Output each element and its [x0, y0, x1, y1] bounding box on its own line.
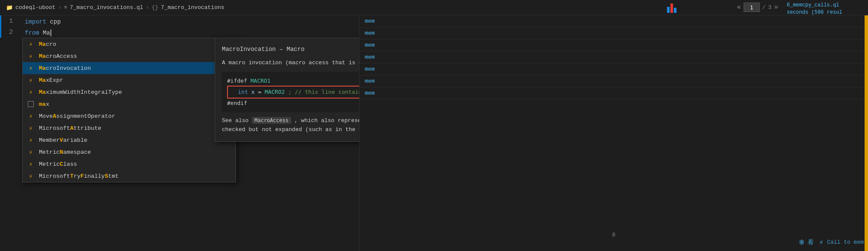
maxexpr-label: MaxExpr — [39, 77, 63, 84]
doc-description: A macro invocation (macro access that is… — [222, 59, 359, 68]
keyword-import: import — [25, 16, 46, 27]
mn-label: MetricNamespace — [39, 149, 91, 155]
autocomplete-item-microsoftattribute[interactable]: ⚡ MicrosoftAttribute — [23, 122, 236, 134]
doc-code-block: #ifdef MACRO1 int x = MACRO2 ; // this l… — [222, 72, 359, 112]
keyword-cpp: cpp — [50, 16, 61, 27]
macro-label: Macro — [39, 41, 56, 48]
result-item-5[interactable]: mem — [360, 63, 868, 75]
autocomplete-item-membervariable[interactable]: ⚡ MemberVariable — [23, 134, 236, 146]
mtf-type-icon: ⚡ — [27, 172, 35, 180]
macroaccess-label: MacroAccess — [39, 53, 77, 60]
page-bottom-number: 8 — [612, 232, 616, 238]
macroaccess-type-icon: ⚡ — [27, 52, 35, 60]
page-navigation: « / 3 » — [737, 3, 778, 12]
breadcrumb-list-icon: ≡ — [64, 4, 67, 11]
line-number-2: 2 — [0, 27, 17, 38]
autocomplete-item-maxexpr[interactable]: ⚡ MaxExpr — [23, 74, 236, 86]
macro-type-icon: ⚡ — [27, 40, 35, 48]
next-page-btn[interactable]: » — [774, 3, 778, 11]
see-also-prefix: See also — [222, 117, 252, 124]
keyword-from: from — [25, 27, 39, 39]
code-line-2: from Ma — [22, 27, 359, 39]
mao-label: MoveAssignmentOperator — [39, 113, 115, 120]
watermark: ❄ 看 ⚡ Call to mem — [799, 237, 864, 248]
autocomplete-item-maximumwidthintegraltype[interactable]: ⚡ MaximumWidthIntegralType — [23, 86, 236, 98]
maxexpr-type-icon: ⚡ — [27, 76, 35, 84]
breadcrumb-root[interactable]: codeql-uboot — [15, 4, 56, 11]
autocomplete-item-macro[interactable]: ⚡ Macro — [23, 38, 236, 50]
mwit-label: MaximumWidthIntegralType — [39, 89, 122, 96]
doc-header: MacroInvocation – Macro ✕ — [222, 45, 359, 54]
mao-type-icon: ⚡ — [27, 112, 35, 120]
doc-panel: MacroInvocation – Macro ✕ A macro invoca… — [215, 38, 359, 142]
results-rows: mem mem mem mem mem mem mem — [360, 15, 868, 236]
typed-ma: Ma — [43, 27, 50, 39]
autocomplete-item-microsofttryfinallystmt[interactable]: ⚡ MicrosoftTryFinallyStmt — [23, 170, 236, 182]
code-line-1: import cpp — [22, 16, 359, 27]
mtf-label: MicrosoftTryFinallyStmt — [39, 173, 118, 179]
result-item-3[interactable]: mem — [360, 39, 868, 51]
line-number-1: 1 — [0, 15, 17, 27]
svg-rect-2 — [674, 8, 676, 13]
mini-chart — [667, 3, 680, 14]
editor-gutter: 1 2 — [0, 15, 21, 38]
watermark-text-2: Call to mem — [827, 239, 864, 245]
breadcrumb-folder-icon: 📁 — [6, 4, 13, 11]
max-label: max — [39, 101, 49, 108]
autocomplete-item-max[interactable]: max Max — [23, 98, 236, 110]
doc-code-line-3: #endif — [227, 99, 359, 108]
page-number-input[interactable] — [744, 3, 760, 12]
breadcrumb-sep-2: › — [146, 4, 149, 11]
breadcrumb-file[interactable]: 7_macro_invocations.ql — [70, 4, 143, 11]
result-item-7[interactable]: mem — [360, 87, 868, 99]
prev-page-btn[interactable]: « — [737, 3, 741, 11]
watermark-text-1: 看 — [808, 239, 814, 246]
watermark-icon-1: ❄ — [799, 237, 804, 248]
breadcrumb-bar: 📁 codeql-uboot › ≡ 7_macro_invocations.q… — [0, 0, 868, 15]
result-item-2[interactable]: mem — [360, 27, 868, 39]
autocomplete-dropdown: ⚡ Macro ⚡ MacroAccess ⚡ — [22, 38, 236, 182]
editor-area: 1 2 import cpp from Ma — [0, 15, 868, 251]
autocomplete-item-macroinvocation[interactable]: ⚡ MacroInvocation — [23, 62, 236, 74]
mwit-type-icon: ⚡ — [27, 88, 35, 96]
doc-highlighted-line: int x = MACRO2 ; // this line contains a… — [227, 86, 359, 99]
breadcrumb-sep-1: › — [58, 4, 62, 11]
space-2 — [39, 27, 43, 39]
autocomplete-item-moveassignmentoperator[interactable]: ⚡ MoveAssignmentOperator — [23, 110, 236, 122]
mn-type-icon: ⚡ — [27, 148, 35, 156]
doc-body: A macro invocation (macro access that is… — [222, 59, 359, 134]
mv-label: MemberVariable — [39, 137, 87, 143]
space-1 — [46, 16, 50, 27]
result-item-6[interactable]: mem — [360, 75, 868, 87]
editor-content: import cpp from Ma — [22, 15, 359, 39]
svg-rect-0 — [667, 7, 670, 13]
max-box-icon — [27, 100, 35, 108]
ma2-label: MicrosoftAttribute — [39, 125, 101, 131]
breadcrumb-scope[interactable]: 7_macro_invocations — [161, 4, 224, 11]
ma2-type-icon: ⚡ — [27, 124, 35, 132]
doc-code-line-1: #ifdef MACRO1 — [227, 76, 359, 86]
svg-rect-1 — [670, 3, 673, 13]
doc-see-also: See also MacroAccess , which also repres… — [222, 117, 359, 134]
autocomplete-item-macroaccess[interactable]: ⚡ MacroAccess — [23, 50, 236, 62]
mc-label: MetricClass — [39, 161, 77, 167]
mv-type-icon: ⚡ — [27, 136, 35, 144]
breadcrumb-braces-icon: {} — [152, 4, 159, 11]
macroinvocation-label: MacroInvocation — [39, 65, 91, 72]
result-item-1[interactable]: mem — [360, 15, 868, 27]
editor-pane: 1 2 import cpp from Ma — [0, 15, 359, 251]
autocomplete-item-metricclass[interactable]: ⚡ MetricClass — [23, 158, 236, 170]
text-cursor — [50, 30, 51, 36]
watermark-icon-2: ⚡ — [819, 238, 824, 247]
results-filename: 6_memcpy_calls.ql — [787, 2, 864, 9]
mc-type-icon: ⚡ — [27, 160, 35, 168]
result-item-4[interactable]: mem — [360, 51, 868, 63]
macroinvocation-type-icon: ⚡ — [27, 64, 35, 72]
see-also-code: MacroAccess — [252, 117, 291, 124]
page-sep: / — [762, 4, 766, 11]
doc-title: MacroInvocation – Macro — [222, 46, 304, 53]
results-pane: mem mem mem mem mem mem mem 8 — [359, 15, 868, 251]
page-total: 3 — [768, 4, 772, 11]
accent-bar — [865, 15, 868, 251]
autocomplete-item-metricnamespace[interactable]: ⚡ MetricNamespace — [23, 146, 236, 158]
